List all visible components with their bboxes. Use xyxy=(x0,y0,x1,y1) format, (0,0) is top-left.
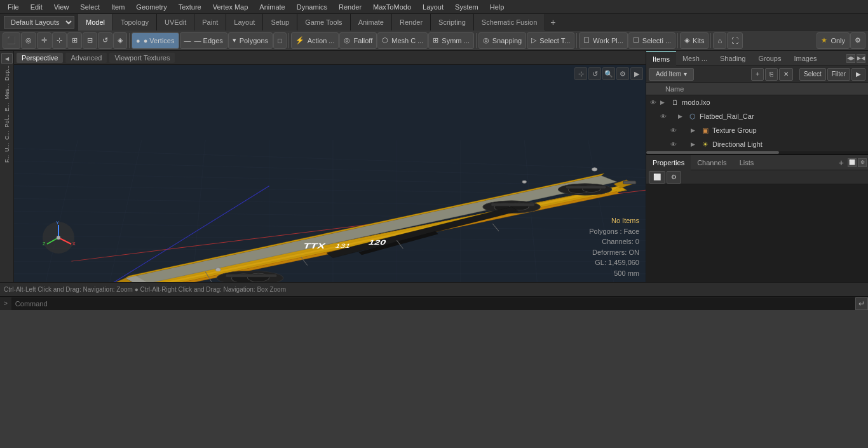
menu-maxtomodo[interactable]: MaxToModo xyxy=(368,2,416,12)
sidebar-label-pol[interactable]: Pol... xyxy=(3,113,11,129)
star-only-button[interactable]: ★ Only xyxy=(817,32,850,49)
toolbar-circle-btn[interactable]: ◎ xyxy=(21,32,36,49)
list-item-directional-light[interactable]: 👁 ▶ ☀ Directional Light xyxy=(646,137,868,151)
tab-render[interactable]: Render xyxy=(392,14,431,31)
command-submit-button[interactable]: ↵ xyxy=(855,297,868,310)
tab-paint[interactable]: Paint xyxy=(194,14,226,31)
panel-tab-items[interactable]: Items xyxy=(646,51,676,66)
vertices-button[interactable]: ● ● Vertices xyxy=(132,32,179,49)
prop-tab-lists[interactable]: Lists xyxy=(733,155,761,170)
menu-item[interactable]: Item xyxy=(106,2,130,12)
viewport-rotate-btn[interactable]: ↺ xyxy=(588,67,601,80)
toolbar-diamond-btn[interactable]: ◈ xyxy=(113,32,127,49)
items-dup-btn[interactable]: ⎘ xyxy=(765,68,778,81)
eye-icon-light[interactable]: 👁 xyxy=(669,140,678,149)
sidebar-label-c[interactable]: C... xyxy=(3,130,11,141)
viewport-settings-btn[interactable]: ⚙ xyxy=(616,67,629,80)
tab-animate[interactable]: Animate xyxy=(351,14,392,31)
menu-dynamics[interactable]: Dynamics xyxy=(292,2,332,12)
viewport-tab-perspective[interactable]: Perspective xyxy=(17,53,63,63)
sidebar-label-f[interactable]: F... xyxy=(3,154,11,164)
tab-model[interactable]: Model xyxy=(78,14,113,31)
prop-maximize-btn[interactable]: ⬜ xyxy=(649,171,665,184)
mesh-button[interactable]: ⬡ Mesh C ... xyxy=(377,32,428,49)
sidebar-label-dup[interactable]: Dup... xyxy=(3,64,11,82)
prop-settings-btn-2[interactable]: ⚙ xyxy=(667,171,681,184)
square-button[interactable]: □ xyxy=(273,32,287,49)
menu-edit[interactable]: Edit xyxy=(25,2,48,12)
menu-render[interactable]: Render xyxy=(334,2,367,12)
layout-add-tab-button[interactable]: + xyxy=(545,15,560,30)
tab-schematic-fusion[interactable]: Schematic Fusion xyxy=(474,14,545,31)
panel-tab-shading[interactable]: Shading xyxy=(714,51,752,66)
menu-texture[interactable]: Texture xyxy=(173,2,207,12)
menu-geometry[interactable]: Geometry xyxy=(131,2,172,12)
items-del-btn[interactable]: ✕ xyxy=(779,68,793,81)
prop-tab-properties[interactable]: Properties xyxy=(646,155,691,170)
snapping-button[interactable]: ◎ Snapping xyxy=(478,32,527,49)
expand-texture[interactable]: ▶ xyxy=(691,127,698,133)
edges-button[interactable]: ― ― Edges xyxy=(180,32,227,49)
list-item-texture-group[interactable]: 👁 ▶ ▣ Texture Group xyxy=(646,123,868,137)
prop-tab-channels[interactable]: Channels xyxy=(691,155,733,170)
tab-uvedit[interactable]: UVEdit xyxy=(157,14,194,31)
symm-button[interactable]: ⊞ Symm ... xyxy=(428,32,473,49)
panel-resize-small-btn[interactable]: ◀▶ xyxy=(846,54,855,63)
prop-add-tab-button[interactable]: + xyxy=(835,158,848,168)
menu-file[interactable]: File xyxy=(3,2,24,12)
selecti-button[interactable]: ☐ Selecti ... xyxy=(628,32,675,49)
toolbar-move-btn[interactable]: ⊹ xyxy=(52,32,67,49)
toolbar-single-btn[interactable]: ⊟ xyxy=(83,32,97,49)
eye-icon-flatbed[interactable]: 👁 xyxy=(659,112,668,121)
action-button[interactable]: ⚡ Action ... xyxy=(291,32,339,49)
work-plane-button[interactable]: ☐ Work Pl... xyxy=(579,32,627,49)
layout-dropdown[interactable]: Default Layouts xyxy=(4,16,74,29)
sidebar-label-uv[interactable]: U... xyxy=(3,142,11,153)
prop-settings-btn[interactable]: ⚙ xyxy=(858,158,867,167)
settings-button[interactable]: ⚙ xyxy=(850,32,865,49)
expand-modo[interactable]: ▶ xyxy=(660,99,668,105)
eye-icon-texture[interactable]: 👁 xyxy=(669,126,678,135)
falloff-button[interactable]: ◎ Falloff xyxy=(339,32,377,49)
viewport-expand-btn[interactable]: ▶ xyxy=(630,67,643,80)
items-select-button[interactable]: Select xyxy=(799,68,826,81)
menu-system[interactable]: System xyxy=(450,2,484,12)
expand-flatbed[interactable]: ▶ xyxy=(678,113,686,119)
toolbar-quad-btn[interactable]: ⊞ xyxy=(67,32,82,49)
eye-icon-modo[interactable]: 👁 xyxy=(649,98,658,107)
add-item-button[interactable]: Add Item ▾ xyxy=(649,68,694,81)
panel-resize-large-btn[interactable]: ▶◀ xyxy=(857,54,865,63)
panel-tab-images[interactable]: Images xyxy=(787,51,823,66)
tab-scripting[interactable]: Scripting xyxy=(431,14,474,31)
command-input[interactable] xyxy=(11,297,855,310)
items-filter-button[interactable]: Filter xyxy=(827,68,850,81)
home-button[interactable]: ⌂ xyxy=(713,32,726,49)
viewport-3d[interactable]: TTX 131 120 No Items Polygons : Face Cha… xyxy=(14,65,646,282)
panel-tab-groups[interactable]: Groups xyxy=(752,51,787,66)
tab-game-tools[interactable]: Game Tools xyxy=(297,14,351,31)
menu-view[interactable]: View xyxy=(49,2,74,12)
menu-select[interactable]: Select xyxy=(75,2,105,12)
list-item-flatbed[interactable]: 👁 ▶ ⬡ Flatbed_Rail_Car xyxy=(646,109,868,123)
menu-help[interactable]: Help xyxy=(485,2,510,12)
tab-layout[interactable]: Layout xyxy=(226,14,263,31)
toolbar-grid-btn[interactable]: ⬛ xyxy=(3,32,20,49)
prop-resize-btn[interactable]: ⬜ xyxy=(848,158,857,167)
items-new-btn[interactable]: + xyxy=(751,68,764,81)
viewport-tab-textures[interactable]: Viewport Textures xyxy=(109,53,175,63)
sidebar-label-e[interactable]: E... xyxy=(3,102,11,113)
kits-button[interactable]: ◈ Kits xyxy=(680,32,709,49)
fullscreen-button[interactable]: ⛶ xyxy=(727,32,743,49)
toolbar-transform-btn[interactable]: ✛ xyxy=(37,32,51,49)
menu-layout[interactable]: Layout xyxy=(417,2,449,12)
menu-vertex-map[interactable]: Vertex Map xyxy=(208,2,254,12)
tab-topology[interactable]: Topology xyxy=(113,14,157,31)
toolbar-rotate-btn[interactable]: ↺ xyxy=(98,32,112,49)
items-extra-btn[interactable]: ▶ xyxy=(851,68,865,81)
list-item-modo-lxo[interactable]: 👁 ▶ 🗒 modo.lxo xyxy=(646,95,868,109)
expand-light[interactable]: ▶ xyxy=(691,141,698,147)
viewport-tab-advanced[interactable]: Advanced xyxy=(65,53,107,63)
sidebar-toggle-btn[interactable]: ◀ xyxy=(1,53,13,64)
menu-animate[interactable]: Animate xyxy=(254,2,290,12)
sidebar-label-mesh[interactable]: Mes... xyxy=(3,83,11,101)
